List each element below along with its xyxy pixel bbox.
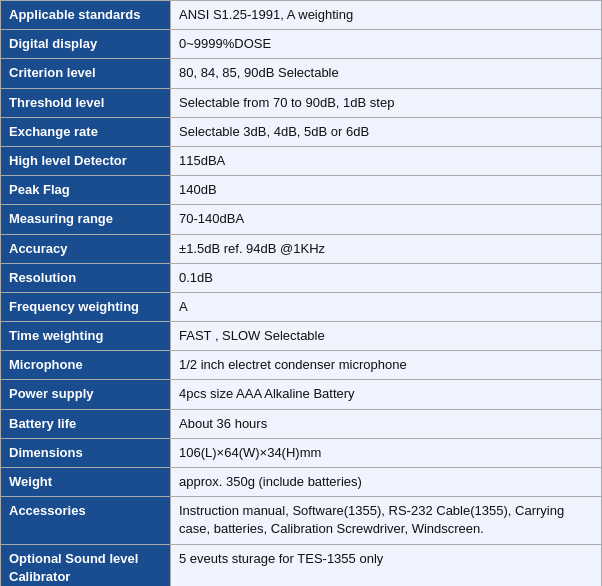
row-value: A xyxy=(171,292,602,321)
row-label: Power supply xyxy=(1,380,171,409)
row-value: 80, 84, 85, 90dB Selectable xyxy=(171,59,602,88)
row-value: 1/2 inch electret condenser microphone xyxy=(171,351,602,380)
row-label: Frequency weighting xyxy=(1,292,171,321)
table-row: Criterion level80, 84, 85, 90dB Selectab… xyxy=(1,59,602,88)
row-label: Criterion level xyxy=(1,59,171,88)
table-row: Exchange rateSelectable 3dB, 4dB, 5dB or… xyxy=(1,117,602,146)
row-value: Selectable from 70 to 90dB, 1dB step xyxy=(171,88,602,117)
table-row: Battery lifeAbout 36 hours xyxy=(1,409,602,438)
row-label: Threshold level xyxy=(1,88,171,117)
row-label: Accuracy xyxy=(1,234,171,263)
table-row: Measuring range70-140dBA xyxy=(1,205,602,234)
row-value: 0~9999%DOSE xyxy=(171,30,602,59)
row-label: Microphone xyxy=(1,351,171,380)
table-row: High level Detector115dBA xyxy=(1,146,602,175)
row-label: Applicable standards xyxy=(1,1,171,30)
table-row: Applicable standardsANSI S1.25-1991, A w… xyxy=(1,1,602,30)
row-value: FAST , SLOW Selectable xyxy=(171,322,602,351)
row-label: Optional Sound level Calibrator xyxy=(1,544,171,586)
row-value: ANSI S1.25-1991, A weighting xyxy=(171,1,602,30)
row-label: Resolution xyxy=(1,263,171,292)
row-label: Dimensions xyxy=(1,438,171,467)
row-label: Digital display xyxy=(1,30,171,59)
table-row: Weightapprox. 350g (include batteries) xyxy=(1,468,602,497)
row-value: 5 eveuts sturage for TES-1355 only xyxy=(171,544,602,586)
row-value: approx. 350g (include batteries) xyxy=(171,468,602,497)
table-row: Peak Flag140dB xyxy=(1,176,602,205)
row-label: Measuring range xyxy=(1,205,171,234)
row-value: 4pcs size AAA Alkaline Battery xyxy=(171,380,602,409)
row-label: Peak Flag xyxy=(1,176,171,205)
table-row: Time weightingFAST , SLOW Selectable xyxy=(1,322,602,351)
row-value: Instruction manual, Software(1355), RS-2… xyxy=(171,497,602,544)
row-value: 70-140dBA xyxy=(171,205,602,234)
table-row: Microphone1/2 inch electret condenser mi… xyxy=(1,351,602,380)
specs-table: Applicable standardsANSI S1.25-1991, A w… xyxy=(0,0,602,586)
row-value: About 36 hours xyxy=(171,409,602,438)
table-row: AccessoriesInstruction manual, Software(… xyxy=(1,497,602,544)
row-label: Battery life xyxy=(1,409,171,438)
row-value: ±1.5dB ref. 94dB @1KHz xyxy=(171,234,602,263)
row-label: High level Detector xyxy=(1,146,171,175)
row-value: 106(L)×64(W)×34(H)mm xyxy=(171,438,602,467)
table-row: Power supply4pcs size AAA Alkaline Batte… xyxy=(1,380,602,409)
row-value: 0.1dB xyxy=(171,263,602,292)
row-value: 115dBA xyxy=(171,146,602,175)
table-row: Dimensions106(L)×64(W)×34(H)mm xyxy=(1,438,602,467)
row-label: Weight xyxy=(1,468,171,497)
row-label: Accessories xyxy=(1,497,171,544)
row-label: Time weighting xyxy=(1,322,171,351)
table-row: Optional Sound level Calibrator5 eveuts … xyxy=(1,544,602,586)
row-value: Selectable 3dB, 4dB, 5dB or 6dB xyxy=(171,117,602,146)
table-row: Digital display0~9999%DOSE xyxy=(1,30,602,59)
table-row: Threshold levelSelectable from 70 to 90d… xyxy=(1,88,602,117)
table-row: Frequency weightingA xyxy=(1,292,602,321)
row-label: Exchange rate xyxy=(1,117,171,146)
row-value: 140dB xyxy=(171,176,602,205)
table-row: Resolution0.1dB xyxy=(1,263,602,292)
table-row: Accuracy±1.5dB ref. 94dB @1KHz xyxy=(1,234,602,263)
